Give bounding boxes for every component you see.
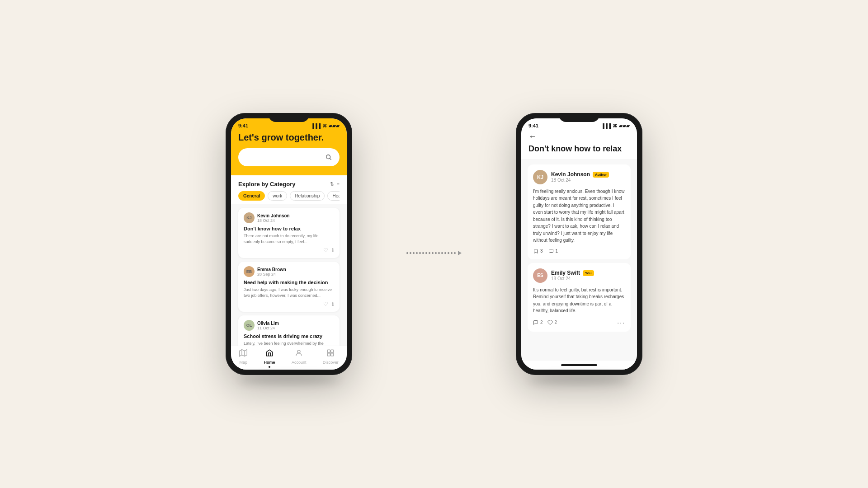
search-icon[interactable]	[323, 152, 334, 163]
signal-icon-2: ▐▐▐	[601, 123, 611, 128]
discover-icon	[326, 349, 335, 359]
post-card-3[interactable]: OL Olivia Lim 11 Oct 24 School stress is…	[238, 315, 340, 346]
phone2-header: 9:41 ▐▐▐ ⌘ ▰▰▰ ← Don't know how to relax	[521, 118, 637, 160]
map-icon	[239, 349, 247, 359]
detail-author-row: KJ Kevin Johnson Author 18 Oct 24	[533, 170, 625, 184]
category-chips: General work Relationship Health Social	[238, 191, 340, 201]
phone-2-screen: 9:41 ▐▐▐ ⌘ ▰▰▰ ← Don't know how to relax…	[521, 118, 637, 370]
phone-2: 9:41 ▐▐▐ ⌘ ▰▰▰ ← Don't know how to relax…	[516, 113, 642, 375]
notch-2	[559, 113, 599, 122]
reply-like-action[interactable]: 2	[547, 320, 557, 325]
category-section: Explore by Category ⇅ ≡ General work Rel…	[231, 175, 347, 204]
battery-icon: ▰▰▰	[329, 123, 340, 128]
filter-icon[interactable]: ≡	[337, 181, 340, 187]
post-detail-card: KJ Kevin Johnson Author 18 Oct 24 I'm fe…	[528, 164, 631, 259]
nav-account[interactable]: Account	[292, 349, 307, 368]
signal-icon: ▐▐▐	[311, 123, 321, 128]
wifi-icon: ⌘	[322, 123, 327, 128]
author-badge: Author	[593, 172, 609, 178]
reply-more-action[interactable]: ···	[617, 319, 625, 326]
bookmark-stat[interactable]: 3	[533, 249, 543, 254]
nav-discover[interactable]: Discover	[323, 349, 339, 368]
detail-post-stats: 3 1	[533, 249, 625, 254]
battery-icon-2: ▰▰▰	[619, 123, 630, 128]
detail-post-date: 18 Oct 24	[551, 178, 609, 183]
comment-stat[interactable]: 1	[548, 249, 558, 254]
svg-rect-8	[328, 353, 330, 356]
category-title-row: Explore by Category ⇅ ≡	[238, 181, 340, 188]
hero-title: Let's grow together.	[238, 132, 340, 143]
author-info-1: Kevin Johnson 18 Oct 24	[257, 213, 290, 223]
arrow-connector	[406, 251, 462, 255]
nav-active-indicator	[269, 366, 270, 368]
more-icon: ···	[617, 319, 625, 326]
comment-count: 1	[556, 249, 558, 253]
post-card-1[interactable]: KJ Kevin Johnson 18 Oct 24 Don't know ho…	[238, 208, 340, 258]
reply-left-actions: 2 2	[533, 320, 557, 325]
post-excerpt-2: Just two days ago, I was lucky enough to…	[244, 287, 334, 298]
info-icon-2[interactable]: ℹ	[332, 301, 334, 307]
like-icon-1[interactable]: ♡	[323, 247, 328, 253]
svg-rect-7	[331, 350, 334, 352]
reply-badge: You	[583, 270, 594, 276]
author-date-1: 18 Oct 24	[257, 218, 290, 223]
category-title: Explore by Category	[238, 181, 295, 188]
post-author-row-3: OL Olivia Lim 11 Oct 24	[244, 320, 334, 331]
post-author-row-1: KJ Kevin Johnson 18 Oct 24	[244, 212, 334, 223]
nav-home-label: Home	[264, 360, 275, 365]
status-time-2: 9:41	[528, 123, 538, 128]
reply-author-name-row: Emily Swift You	[551, 270, 594, 276]
reply-author-row: ES Emily Swift You 18 Oct 24	[533, 268, 625, 283]
post-card-2[interactable]: EB Emma Brown 28 Sep 24 Need help with m…	[238, 262, 340, 312]
post-title-1: Don't know how to relax	[244, 226, 334, 231]
info-icon-1[interactable]: ℹ	[332, 247, 334, 253]
author-date-2: 28 Sep 24	[257, 272, 286, 277]
author-info-2: Emma Brown 28 Sep 24	[257, 267, 286, 277]
post-title-3: School stress is driving me crazy	[244, 333, 334, 339]
author-name-1: Kevin Johnson	[257, 213, 290, 218]
reply-content: It's normal to feel guilty, but rest is …	[533, 286, 625, 314]
detail-author-name-row: Kevin Johnson Author	[551, 171, 609, 178]
svg-rect-6	[328, 350, 330, 352]
nav-map[interactable]: Map	[239, 349, 247, 368]
author-info-3: Olivia Lim 11 Oct 24	[257, 321, 279, 330]
posts-list: KJ Kevin Johnson 18 Oct 24 Don't know ho…	[231, 204, 347, 346]
status-icons-1: ▐▐▐ ⌘ ▰▰▰	[311, 123, 340, 128]
avatar-kevin: KJ	[244, 212, 255, 223]
category-filter-icons: ⇅ ≡	[330, 181, 340, 187]
chip-work[interactable]: work	[268, 191, 287, 201]
reply-author-meta: Emily Swift You 18 Oct 24	[551, 270, 594, 281]
account-icon	[295, 349, 303, 359]
search-bar[interactable]	[238, 148, 340, 166]
home-indicator-2	[521, 361, 637, 370]
author-name-3: Olivia Lim	[257, 321, 279, 326]
post-actions-2: ♡ ℹ	[244, 301, 334, 307]
detail-post-content: I'm feeling really anxious. Even though …	[533, 188, 625, 244]
phone2-content: KJ Kevin Johnson Author 18 Oct 24 I'm fe…	[521, 160, 637, 361]
reply-comment-count: 2	[540, 320, 543, 325]
avatar-olivia: OL	[244, 320, 255, 331]
arrow-head-icon	[458, 251, 462, 255]
chip-relationship[interactable]: Relationship	[290, 191, 325, 201]
status-time-1: 9:41	[238, 123, 248, 128]
home-bar-2	[561, 364, 597, 366]
nav-home[interactable]: Home	[264, 349, 275, 368]
like-icon-2[interactable]: ♡	[323, 301, 328, 307]
bookmark-count: 3	[540, 249, 543, 253]
svg-rect-9	[331, 353, 334, 356]
notch-1	[269, 113, 309, 122]
nav-map-label: Map	[239, 360, 247, 365]
reply-card: ES Emily Swift You 18 Oct 24 It's normal…	[528, 263, 631, 332]
reply-avatar: ES	[533, 268, 547, 283]
reply-actions: 2 2 ···	[533, 319, 625, 326]
back-button[interactable]: ←	[528, 132, 630, 141]
phone-1: 9:41 ▐▐▐ ⌘ ▰▰▰ Let's grow together.	[226, 113, 352, 375]
detail-post-title: Don't know how to relax	[528, 144, 630, 154]
avatar-emma: EB	[244, 266, 255, 277]
reply-comment-action[interactable]: 2	[533, 320, 543, 325]
post-excerpt-1: There are not much to do recently, my li…	[244, 233, 334, 244]
chip-general[interactable]: General	[238, 191, 265, 201]
chip-health[interactable]: Health	[327, 191, 340, 201]
sort-icon[interactable]: ⇅	[330, 181, 334, 187]
status-icons-2: ▐▐▐ ⌘ ▰▰▰	[601, 123, 630, 128]
